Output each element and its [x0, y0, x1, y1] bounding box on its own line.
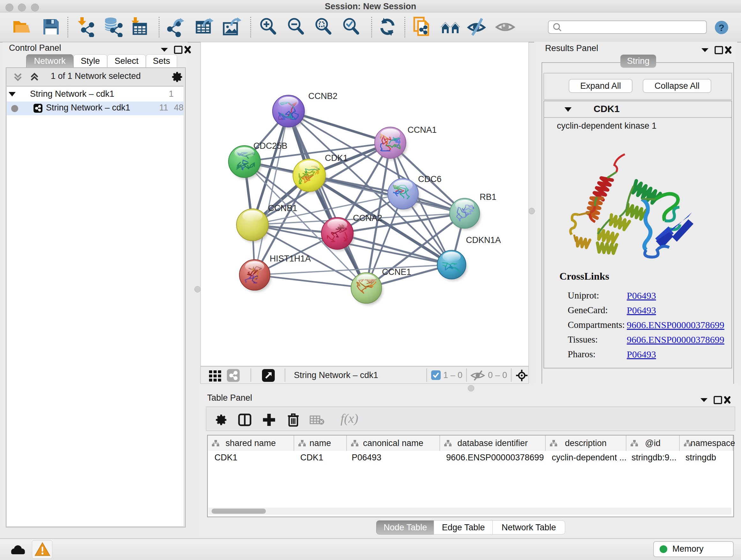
svg-text:CCNB1: CCNB1 [268, 203, 297, 213]
svg-text:CCNA2: CCNA2 [353, 213, 382, 223]
svg-text:CCNB2: CCNB2 [308, 91, 338, 101]
svg-text:RB1: RB1 [480, 192, 496, 202]
svg-text:?: ? [719, 22, 724, 33]
svg-text:CDK1: CDK1 [325, 153, 348, 163]
svg-text:HIST1H1A: HIST1H1A [270, 254, 311, 263]
svg-text:CCNE1: CCNE1 [382, 267, 411, 277]
svg-text:CDKN1A: CDKN1A [466, 235, 501, 245]
svg-text:CDC6: CDC6 [418, 174, 442, 184]
svg-text:CDC25B: CDC25B [253, 141, 287, 151]
svg-text:CCNA1: CCNA1 [408, 125, 437, 135]
